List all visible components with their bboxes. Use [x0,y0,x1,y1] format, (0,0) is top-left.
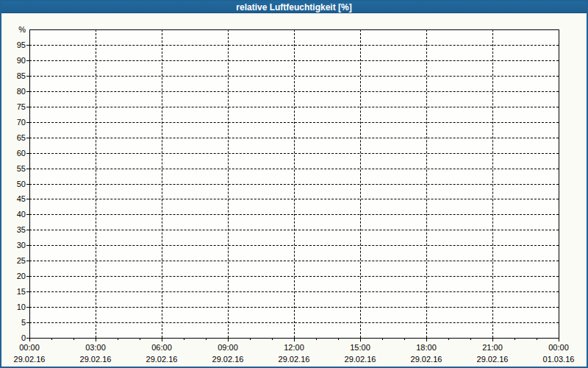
gridline-vertical [162,29,162,338]
x-tick-mark-minor [206,338,207,340]
window-titlebar: relative Luftfeuchtigkeit [%] [0,0,588,13]
gridline-vertical [492,29,493,338]
x-tick-date-label: 29.02.16 [136,355,187,364]
y-tick-label: 0 [0,333,26,342]
y-tick-label: 90 [0,56,26,65]
y-tick-mark [26,261,29,261]
y-tick-label: 85 [0,71,26,80]
x-tick-date-label: 01.03.16 [533,355,584,364]
y-tick-mark [26,76,29,77]
y-tick-label: 75 [0,102,26,111]
y-tick-label: 55 [0,164,26,173]
x-tick-date-label: 29.02.16 [70,355,121,364]
x-tick-mark-minor [537,338,537,340]
x-tick-time-label: 18:00 [401,343,452,352]
y-tick-label: 5 [0,318,26,327]
x-tick-date-label: 29.02.16 [334,355,386,364]
x-tick-mark-major [426,338,427,342]
y-tick-mark [26,107,29,107]
x-tick-mark-major [294,338,295,342]
gridline-vertical [228,29,229,338]
y-tick-mark [26,184,29,185]
x-tick-mark-minor [338,338,339,340]
x-tick-mark-minor [514,338,515,340]
x-tick-mark-major [96,338,96,342]
y-tick-label: 30 [0,241,26,250]
x-tick-mark-major [559,338,559,342]
y-tick-label: 35 [0,225,26,234]
x-tick-mark-minor [272,338,273,340]
x-tick-time-label: 00:00 [4,343,55,352]
y-tick-mark [26,153,29,154]
x-tick-mark-major [360,338,361,342]
y-tick-label: 80 [0,87,26,96]
x-tick-mark-minor [51,338,52,340]
x-tick-mark-minor [404,338,405,340]
y-tick-mark [26,322,29,323]
chart-window: relative Luftfeuchtigkeit [%] %959085807… [0,0,588,368]
y-tick-label: 10 [0,302,26,311]
y-tick-mark [26,291,29,292]
x-tick-time-label: 12:00 [268,343,320,352]
y-tick-label: 70 [0,118,26,127]
x-tick-time-label: 09:00 [202,343,254,352]
x-tick-date-label: 29.02.16 [401,355,452,364]
y-tick-mark [26,122,29,123]
x-tick-mark-minor [184,338,184,340]
y-tick-mark [26,45,29,46]
x-tick-mark-minor [316,338,317,340]
x-tick-time-label: 03:00 [70,343,121,352]
x-tick-date-label: 29.02.16 [467,355,518,364]
window-title: relative Luftfeuchtigkeit [%] [236,2,351,13]
y-tick-mark [26,245,29,246]
x-tick-mark-minor [118,338,118,340]
x-tick-time-label: 00:00 [533,343,584,352]
x-tick-date-label: 29.02.16 [268,355,320,364]
y-tick-mark [26,138,29,138]
y-tick-label: 65 [0,133,26,142]
x-tick-mark-major [29,338,30,342]
y-tick-mark [26,60,29,61]
x-tick-mark-major [162,338,162,342]
x-tick-mark-minor [448,338,449,340]
y-tick-label: 60 [0,149,26,158]
x-tick-date-label: 29.02.16 [202,355,254,364]
y-tick-mark [26,307,29,308]
x-tick-mark-minor [140,338,140,340]
x-tick-mark-major [492,338,493,342]
y-tick-mark [26,214,29,215]
y-tick-mark [26,230,29,230]
y-axis-unit-label: % [0,25,26,34]
y-tick-mark [26,169,29,169]
y-tick-label: 50 [0,180,26,188]
x-tick-mark-minor [74,338,74,340]
x-tick-mark-minor [382,338,383,340]
x-tick-time-label: 06:00 [136,343,187,352]
gridline-vertical [360,29,361,338]
gridline-vertical [96,29,96,338]
x-tick-time-label: 21:00 [467,343,518,352]
y-tick-label: 20 [0,272,26,280]
y-tick-mark [26,91,29,92]
y-tick-mark [26,199,29,199]
y-tick-label: 45 [0,194,26,203]
x-tick-mark-minor [250,338,251,340]
y-tick-label: 25 [0,256,26,265]
x-tick-time-label: 15:00 [334,343,386,352]
y-tick-label: 95 [0,40,26,49]
gridline-vertical [294,29,295,338]
x-tick-date-label: 29.02.16 [4,355,55,364]
x-tick-mark-major [228,338,229,342]
y-tick-label: 40 [0,210,26,219]
y-tick-label: 15 [0,287,26,296]
x-tick-mark-minor [470,338,471,340]
gridline-vertical [426,29,427,338]
y-tick-mark [26,276,29,277]
